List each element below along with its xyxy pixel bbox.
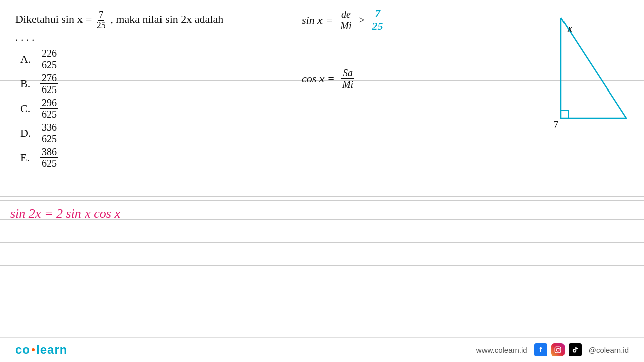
answer-section: sin 2x = 2 sin x cos x (10, 206, 634, 221)
option-b: B. 276 625 (20, 72, 223, 95)
social-icons: f (534, 343, 582, 356)
footer-website: www.colearn.id (476, 346, 527, 354)
cos-x-frac: Sa Mi (341, 67, 355, 90)
svg-rect-0 (555, 347, 561, 353)
triangle-container: x 7 (538, 13, 634, 128)
question-prefix: Diketahui sin x = (15, 13, 92, 25)
option-e: E. 386 625 (20, 146, 223, 169)
logo-learn: learn (36, 343, 67, 357)
facebook-icon: f (534, 343, 547, 356)
sin-x-frac1: de Mi (339, 9, 353, 31)
social-handle: @colearn.id (589, 346, 629, 354)
instagram-icon (551, 343, 565, 356)
svg-point-2 (559, 348, 560, 349)
right-angle-mark (561, 111, 569, 118)
angle-x-label: x (567, 23, 572, 34)
footer-right: www.colearn.id f @colearn.id (476, 343, 629, 356)
footer-logo: co learn (15, 343, 67, 357)
cos-x-label: cos x = (302, 72, 335, 85)
sin-x-frac2: 7 25 (371, 8, 385, 32)
options-list: A. 226 625 B. 276 625 C. 296 (20, 48, 223, 169)
logo-co: co (15, 343, 30, 357)
option-a: A. 226 625 (20, 48, 223, 70)
fraction-numerator: 7 (98, 10, 104, 21)
svg-point-1 (556, 348, 559, 351)
answer-formula: sin 2x = 2 sin x cos x (10, 206, 634, 221)
dots: . . . . (15, 31, 223, 44)
fraction-denominator: 25 (96, 21, 107, 31)
question-fraction: 7 25 (96, 10, 107, 31)
cos-x-annotation: cos x = Sa Mi (302, 67, 493, 90)
answer-formula-text: sin 2x = 2 sin x cos x (10, 206, 120, 221)
question-suffix: , maka nilai sin 2x adalah (110, 13, 223, 25)
annotations-area: sin x = de Mi ≥ 7 25 cos x = Sa Mi (302, 8, 493, 90)
divider-line (0, 200, 644, 201)
logo-dot (32, 348, 35, 351)
question-text: Diketahui sin x = 7 25 , maka nilai sin … (15, 10, 223, 31)
tiktok-icon (569, 343, 582, 356)
option-c: C. 296 625 (20, 97, 223, 120)
sin-x-label: sin x = (302, 14, 333, 27)
approx-symbol: ≥ (359, 14, 365, 26)
triangle-svg: x 7 (538, 13, 634, 128)
footer: co learn www.colearn.id f @colearn.id (0, 337, 644, 362)
option-d: D. 336 625 (20, 122, 223, 144)
sin-x-annotation: sin x = de Mi ≥ 7 25 (302, 8, 493, 32)
base-label: 7 (553, 119, 558, 128)
